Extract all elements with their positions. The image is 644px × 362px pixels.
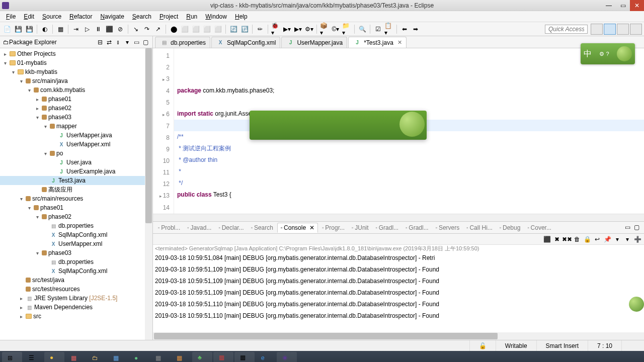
tree-node[interactable]: ▾phase03 — [0, 113, 152, 122]
tb-extra1[interactable]: ⬜ — [180, 24, 190, 34]
link-editor-icon[interactable]: ⇄ — [105, 38, 113, 46]
console-scroll-lock-icon[interactable]: 🔒 — [583, 235, 592, 244]
bv-maximize-icon[interactable]: ▢ — [634, 224, 642, 232]
ime-popup[interactable]: da 1.大2.打3.达4.答5.da◂▸☰ — [250, 111, 427, 140]
tb-extra4[interactable]: ⬜ — [213, 24, 223, 34]
tree-node[interactable]: ▾phase02 — [0, 212, 152, 221]
taskbar-app8[interactable]: ▦ — [234, 352, 255, 362]
skip-button[interactable]: ⇥ — [71, 24, 81, 34]
save-all-button[interactable]: 💾 — [24, 24, 34, 34]
perspective-open-button[interactable] — [591, 24, 603, 35]
console-terminate-icon[interactable]: ⬛ — [542, 235, 551, 244]
step-return-button[interactable]: ↗ — [153, 24, 163, 34]
perspective-java-button[interactable] — [604, 24, 616, 35]
editor-tab[interactable]: J*Test3.java✕ — [348, 37, 407, 48]
tree-node[interactable]: src/test/java — [0, 276, 152, 285]
new-package-button[interactable]: 📦▾ — [319, 24, 330, 34]
refresh-button[interactable]: 🔄 — [228, 24, 238, 34]
console-new-icon[interactable]: ➕ — [633, 235, 642, 244]
start-button[interactable]: ⊞ — [2, 352, 22, 362]
ime-next-icon[interactable]: ▸ — [410, 185, 413, 196]
sync-button[interactable]: 🔃 — [239, 24, 250, 34]
tree-node[interactable]: XSqlMapConfig.xml — [0, 230, 152, 239]
console-wrap-icon[interactable]: ↩ — [593, 235, 602, 244]
disconnect-button[interactable]: ⊘ — [115, 24, 125, 34]
tb-extra2[interactable]: ⬜ — [191, 24, 201, 34]
tree-node[interactable]: ▸Other Projects — [0, 49, 152, 58]
task-button[interactable]: ☑ — [373, 24, 383, 34]
tree-node[interactable]: ▸src — [0, 312, 152, 321]
ime-float-icon[interactable] — [629, 297, 644, 312]
bottom-tab[interactable]: ▫Cover... — [524, 223, 554, 232]
taskbar-app3[interactable]: ● — [129, 352, 149, 362]
console-show-icon[interactable]: ▾ — [613, 235, 622, 244]
taskbar-explorer[interactable]: 🗀 — [87, 352, 107, 362]
console-pin-icon[interactable]: 📌 — [603, 235, 612, 244]
bottom-tab[interactable]: ▫Servers — [433, 223, 463, 232]
bottom-tab[interactable]: ▫Probl... — [155, 223, 183, 232]
close-tab-icon[interactable]: ✕ — [397, 39, 402, 46]
bv-minimize-icon[interactable]: ▭ — [625, 224, 633, 232]
ime-menu-icon[interactable]: ☰ — [415, 185, 421, 196]
taskbar-app6[interactable]: ♣ — [192, 352, 212, 362]
tree-node[interactable]: ▾01-mybatis — [0, 58, 152, 67]
bottom-tab[interactable]: ▫Gradl... — [403, 223, 432, 232]
menu-navigate[interactable]: Navigate — [96, 12, 128, 21]
taskbar-app1[interactable]: ▦ — [65, 352, 86, 362]
ime-candidates[interactable]: 1.大2.打3.达4.答5.da◂▸☰ — [254, 184, 423, 197]
bottom-tab[interactable]: ▫Declar... — [215, 223, 247, 232]
build-button[interactable]: ▦ — [55, 24, 65, 34]
menu-search[interactable]: Search — [128, 12, 155, 21]
bottom-tab[interactable]: ▫Gradl... — [373, 223, 402, 232]
ime-candidate[interactable]: 5.da — [324, 185, 336, 196]
new-folder-button[interactable]: 📁▾ — [342, 24, 352, 34]
tree-node[interactable]: ▾phase01 — [0, 203, 152, 212]
menu-file[interactable]: File — [2, 12, 20, 21]
bottom-tab[interactable]: ▫Debug — [497, 223, 524, 232]
menu-help[interactable]: Help — [231, 12, 252, 21]
tree-node[interactable]: ▾src/main/resources — [0, 194, 152, 203]
console-hscroll[interactable] — [153, 332, 644, 340]
step-over-button[interactable]: ↷ — [142, 24, 152, 34]
menu-project[interactable]: Project — [155, 12, 182, 21]
menu-refactor[interactable]: Refactor — [65, 12, 96, 21]
tree-node[interactable]: ▸phase01 — [0, 95, 152, 104]
minimize-button[interactable]: — — [602, 0, 616, 11]
tree-node[interactable]: 高级应用 — [0, 185, 152, 194]
collapse-all-icon[interactable]: ⊟ — [96, 38, 104, 46]
debug-dropdown[interactable]: 🐞▾ — [271, 24, 281, 34]
new-button[interactable]: 📄 — [2, 24, 12, 34]
ime-prev-icon[interactable]: ◂ — [405, 185, 408, 196]
taskbar-edge[interactable]: e — [256, 352, 276, 362]
close-button[interactable]: ✕ — [630, 0, 644, 11]
tree-scrollbar[interactable] — [145, 48, 152, 340]
coverage-dropdown[interactable]: ▶▾ — [293, 24, 303, 34]
perspective-debug-button[interactable] — [617, 24, 629, 35]
ime-indicator[interactable]: 中 ⚙ ? — [581, 43, 635, 64]
editor-tab[interactable]: JUserMapper.java — [281, 37, 347, 48]
taskbar-app5[interactable]: ▦ — [171, 352, 191, 362]
code-editor[interactable]: package com.kkb.mybatis.phase03; import … — [174, 48, 644, 214]
bottom-tab[interactable]: ▫Console✕ — [277, 223, 318, 233]
menu-window[interactable]: Window — [201, 12, 231, 21]
step-button[interactable]: ▷ — [82, 24, 92, 34]
quick-access-input[interactable] — [545, 25, 588, 34]
ime-candidate[interactable]: 2.打 — [273, 185, 284, 196]
console-clear-icon[interactable]: 🗑 — [573, 235, 582, 244]
taskbar-app4[interactable]: ▦ — [150, 352, 170, 362]
menu-edit[interactable]: Edit — [20, 12, 38, 21]
console-remove-all-icon[interactable]: ✖✖ — [562, 235, 572, 244]
taskbar-app7[interactable]: ▦ — [213, 352, 233, 362]
menu-run[interactable]: Run — [182, 12, 201, 21]
tree-node[interactable]: ▤db.properties — [0, 221, 152, 230]
tree-node[interactable]: ▾src/main/java — [0, 76, 152, 85]
highlight-button[interactable]: ✏ — [255, 24, 265, 34]
tree-node[interactable]: JUserExample.java — [0, 167, 152, 176]
ime-candidate[interactable]: 4.答 — [307, 185, 318, 196]
maximize-view-icon[interactable]: ▢ — [141, 38, 149, 46]
editor-tab[interactable]: XSqlMapConfig.xml — [211, 37, 280, 48]
close-view-icon[interactable]: ✕ — [309, 224, 314, 231]
new-class-button[interactable]: ©▾ — [331, 24, 341, 34]
ime-settings-icon[interactable]: ⚙ ? — [599, 51, 609, 57]
forward-button[interactable]: ➡ — [411, 24, 421, 34]
